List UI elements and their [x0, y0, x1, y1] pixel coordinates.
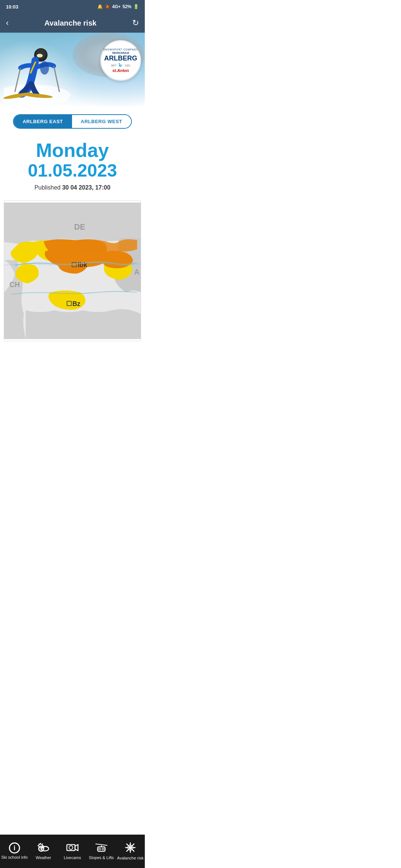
svg-point-9 — [40, 61, 49, 75]
published-date: 30 04 2023, 17:00 — [62, 184, 110, 191]
back-button[interactable]: ‹ — [6, 18, 9, 28]
day-name: Monday — [7, 140, 137, 161]
svg-text:DE: DE — [74, 223, 85, 231]
region-selector: ARLBERG EAST ARLBERG WEST — [0, 114, 145, 129]
logo-skischule: SKISCHULE — [112, 51, 129, 55]
region-east-button[interactable]: ARLBERG EAST — [14, 115, 72, 128]
skier-image — [4, 40, 78, 103]
date-section: Monday 01.05.2023 Published 30 04 2023, … — [0, 136, 145, 193]
logo-stanton: st.Anton — [113, 68, 129, 73]
logo-seit: SEIT — [111, 64, 117, 67]
svg-text:CH: CH — [10, 280, 20, 289]
svg-text:Ibk: Ibk — [78, 261, 87, 269]
status-icons: 🔔 🔕 4G+ 52% 🔋 — [97, 4, 139, 9]
map-svg: DE CH A Ibk Bz — [4, 201, 141, 341]
logo-name: ARLBERG — [104, 55, 137, 62]
alarm-icon: 🔔 — [97, 4, 103, 9]
region-toggle: ARLBERG EAST ARLBERG WEST — [13, 114, 132, 129]
mute-icon: 🔕 — [105, 4, 110, 9]
logo-year: 1921 — [125, 64, 131, 67]
date-display: 01.05.2023 — [7, 161, 137, 181]
published-label: Published — [35, 184, 61, 191]
signal-text: 4G+ — [112, 4, 121, 9]
svg-text:A: A — [134, 268, 140, 276]
battery-icon: 🔋 — [133, 4, 139, 9]
region-west-button[interactable]: ARLBERG WEST — [72, 115, 131, 128]
published-info: Published 30 04 2023, 17:00 — [7, 184, 137, 191]
svg-point-4 — [37, 54, 43, 57]
battery-text: 52% — [123, 4, 131, 9]
bottom-spacer — [0, 341, 145, 378]
status-time: 10:03 — [6, 4, 18, 10]
svg-text:Bz: Bz — [72, 300, 81, 308]
avalanche-map: DE CH A Ibk Bz — [4, 200, 141, 341]
hero-banner: SNOWSPORT COMPANY SKISCHULE ARLBERG SEIT… — [0, 33, 145, 107]
header: ‹ Avalanche risk ↻ — [0, 13, 145, 33]
status-bar: 10:03 🔔 🔕 4G+ 52% 🔋 — [0, 0, 145, 13]
page-title: Avalanche risk — [44, 19, 96, 27]
logo-snowsport: SNOWSPORT COMPANY — [103, 48, 138, 51]
logo-badge: SNOWSPORT COMPANY SKISCHULE ARLBERG SEIT… — [100, 40, 141, 81]
refresh-button[interactable]: ↻ — [132, 18, 139, 28]
